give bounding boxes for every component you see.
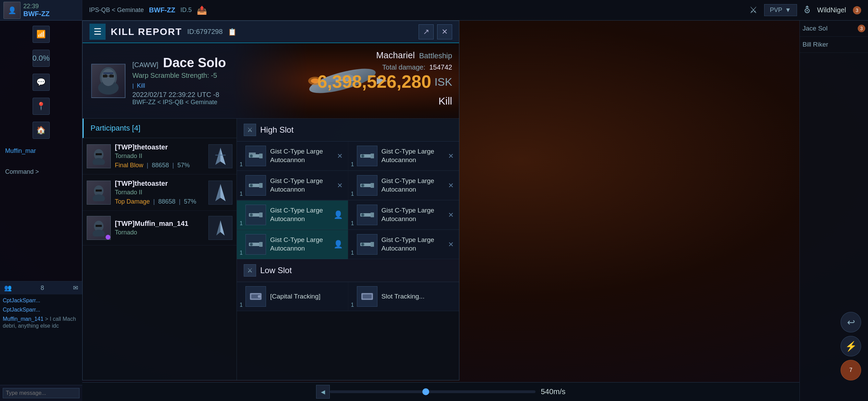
svg-point-39 xyxy=(250,155,252,157)
kill-body: Participants [4] [TWP]thetoaster Tornado… xyxy=(83,119,459,380)
chat-name-3: Muffin_man_141 xyxy=(3,316,44,322)
system-info: IPS-QB < Geminate xyxy=(89,7,144,14)
eq-item-5: 1 Gist C-Type Large Autocannon 👤 xyxy=(237,200,348,230)
eq-item-4: 1 Gist C-Type Large Autocannon ✕ xyxy=(348,171,459,200)
kill-report-id: ID:6797298 xyxy=(187,28,222,36)
eq-item-8: 1 Gist C-Type Large Autocannon ✕ xyxy=(348,230,459,259)
eq-name-3: Gist C-Type Large Autocannon xyxy=(270,177,333,194)
riker-name: Bill Riker xyxy=(803,41,828,48)
eq-name-2: Gist C-Type Large Autocannon xyxy=(382,147,444,164)
eq-qty-3: 1 xyxy=(240,191,243,197)
svg-rect-6 xyxy=(103,75,107,77)
action-button-1[interactable]: ↩ xyxy=(841,312,861,332)
stats-icon[interactable]: 0.0% xyxy=(33,50,50,67)
eq-close-3[interactable]: ✕ xyxy=(337,181,343,190)
autocannon-icon-2 xyxy=(357,146,377,166)
right-entry-jace-sol: Jace Sol 3 xyxy=(800,21,868,37)
eq-qty-6: 1 xyxy=(351,220,354,227)
participant-ship-icon-2 xyxy=(208,181,232,205)
pvp-label: PVP xyxy=(770,7,782,14)
eq-name-8: Gist C-Type Large Autocannon xyxy=(382,236,444,253)
mail-icon: ✉ xyxy=(73,284,78,292)
svg-point-18 xyxy=(93,158,105,165)
pvp-toggle[interactable]: PVP ▼ xyxy=(764,4,797,16)
chat-messages: CptJackSparr... CptJackSparr... Muffin_m… xyxy=(0,294,82,387)
svg-point-68 xyxy=(362,243,364,245)
participant-avatar-2 xyxy=(87,181,111,205)
eq-person-7: 👤 xyxy=(334,240,343,249)
svg-rect-23 xyxy=(215,155,226,156)
eq-close-8[interactable]: ✕ xyxy=(448,240,454,248)
jace-sol-badge-count: 3 xyxy=(860,26,863,31)
top-bar-left: IPS-QB < Geminate BWF-ZZ ID.5 📤 xyxy=(89,5,207,15)
victim-name: Dace Solo xyxy=(163,56,226,70)
wifi-icon[interactable]: 📶 xyxy=(33,26,50,43)
kill-text: Kill xyxy=(137,82,145,89)
station-badge: BWF-ZZ xyxy=(149,6,176,14)
kill-info-section: [CAWW] Dace Solo Warp Scramble Strength:… xyxy=(83,43,459,119)
sidebar-navigation: 📶 0.0% 💬 📍 🏠 xyxy=(0,21,82,144)
low-eq-item-1: 1 [Capital Tracking] xyxy=(237,282,348,311)
export-button[interactable]: ↗ xyxy=(419,24,434,39)
eq-qty-1: 1 xyxy=(240,161,243,168)
svg-marker-22 xyxy=(220,148,226,165)
action-button-3[interactable]: 7 xyxy=(841,360,861,380)
copy-icon[interactable]: 📋 xyxy=(228,28,237,36)
people-icon: 👥 xyxy=(4,284,12,292)
eq-close-6[interactable]: ✕ xyxy=(448,211,454,219)
location-icon[interactable]: 📍 xyxy=(33,98,50,115)
svg-rect-19 xyxy=(96,153,99,155)
eq-close-1[interactable]: ✕ xyxy=(337,152,343,160)
participant-badge-3 xyxy=(106,235,110,240)
ship-class: Battleship xyxy=(419,51,452,60)
top-bar-id: ID.5 xyxy=(180,7,192,14)
left-sidebar: 👤 22:39 BWF-ZZ 📶 0.0% 💬 📍 🏠 Muffin_mar C… xyxy=(0,0,82,401)
sep-1: | xyxy=(147,162,148,169)
svg-rect-73 xyxy=(363,294,372,299)
svg-point-71 xyxy=(258,295,261,298)
svg-rect-40 xyxy=(249,153,256,154)
low-slot-label: Low Slot xyxy=(260,266,292,275)
notification-count: 3 xyxy=(856,8,858,13)
svg-rect-32 xyxy=(96,225,99,227)
chat-icon[interactable]: 💬 xyxy=(33,74,50,91)
isk-value: 6,398,526,280 xyxy=(317,72,431,92)
low-eq-qty-2: 1 xyxy=(351,302,354,308)
isk-section: 6,398,526,280 ISK xyxy=(317,71,452,92)
muffin-mar-item[interactable]: Muffin_mar xyxy=(0,144,82,158)
svg-rect-5 xyxy=(103,72,113,74)
eq-close-4[interactable]: ✕ xyxy=(448,181,454,190)
action-button-2[interactable]: ⚡ xyxy=(841,336,861,356)
command-label: Command > xyxy=(5,168,39,175)
sword-icon: ⚔ xyxy=(749,5,757,15)
ship-name: Machariel xyxy=(376,50,415,60)
kill-report-header: ☰ Kill Report ID:6797298 📋 ↗ ✕ xyxy=(83,21,459,43)
eq-close-2[interactable]: ✕ xyxy=(448,152,454,160)
home-icon[interactable]: 🏠 xyxy=(33,122,50,139)
svg-rect-62 xyxy=(259,242,263,247)
svg-rect-54 xyxy=(259,212,263,217)
top-damage-label: Top Damage xyxy=(115,198,150,205)
speed-track[interactable] xyxy=(330,390,535,393)
autocannon-icon-1 xyxy=(245,146,266,166)
pvp-chevron: ▼ xyxy=(785,7,791,14)
participant-ship-icon-1 xyxy=(208,144,232,168)
player-avatar: 👤 xyxy=(3,2,21,19)
menu-button[interactable]: ☰ xyxy=(89,24,106,40)
svg-point-44 xyxy=(362,155,364,157)
notifications-badge[interactable]: 3 xyxy=(853,6,861,14)
speed-thumb[interactable] xyxy=(422,388,429,395)
high-slot-grid: 1 Gist C-Type Large Autocannon ✕ xyxy=(237,142,459,259)
command-item[interactable]: Command > xyxy=(0,165,82,179)
sidebar-header: 👤 22:39 BWF-ZZ xyxy=(0,0,82,21)
autocannon-icon-5 xyxy=(245,205,266,225)
ship-name-display: Machariel Battleship xyxy=(317,50,452,61)
close-button[interactable]: ✕ xyxy=(437,24,452,39)
chat-input[interactable] xyxy=(3,388,80,398)
low-eq-icon-1 xyxy=(245,286,266,307)
svg-marker-29 xyxy=(220,184,226,201)
svg-rect-42 xyxy=(371,154,374,158)
sep-3: | xyxy=(153,198,155,205)
low-slot-title: ⚔ Low Slot xyxy=(237,259,459,282)
speed-bar-left-btn[interactable]: ◀ xyxy=(316,385,330,399)
